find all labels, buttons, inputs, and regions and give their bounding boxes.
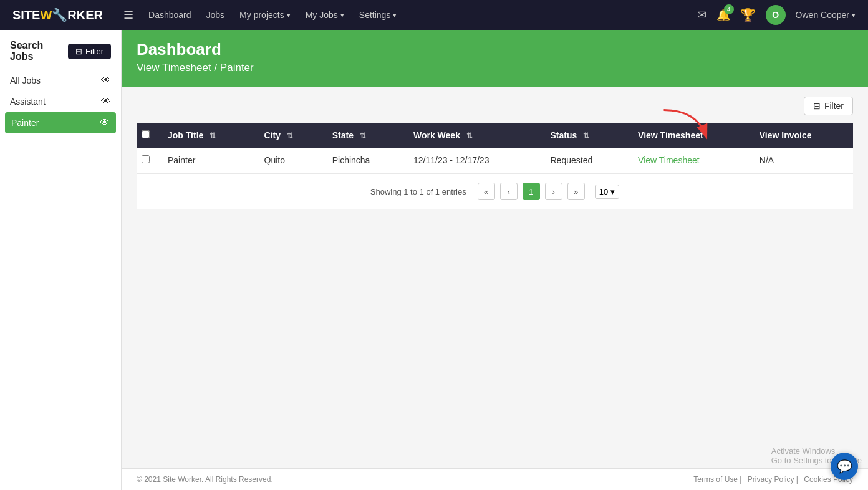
sidebar-item-label: All Jobs: [10, 75, 41, 85]
cell-city: Quito: [256, 148, 324, 173]
col-status[interactable]: Status ⇅: [541, 123, 629, 148]
row-checkbox[interactable]: [142, 155, 150, 163]
first-page-btn[interactable]: «: [478, 183, 495, 200]
chevron-down-icon: ▾: [610, 187, 615, 196]
footer-terms-link[interactable]: Terms of Use: [693, 475, 738, 484]
select-all-checkbox[interactable]: [142, 130, 150, 138]
cell-status: Requested: [541, 148, 629, 173]
sort-icon: ⇅: [583, 132, 589, 140]
content-filter-row: ⊟ Filter: [137, 97, 853, 115]
col-state[interactable]: State ⇅: [324, 123, 405, 148]
last-page-btn[interactable]: »: [567, 183, 585, 200]
eye-icon[interactable]: 👁: [101, 75, 111, 86]
eye-icon[interactable]: 👁: [100, 117, 110, 128]
user-chevron-icon: ▾: [852, 11, 856, 19]
dashboard-header: Dashboard View Timesheet / Painter: [122, 30, 868, 87]
nav-my-projects[interactable]: My projects ▾: [239, 10, 291, 20]
avatar[interactable]: O: [766, 5, 786, 25]
nav-dashboard[interactable]: Dashboard: [148, 10, 191, 20]
logo[interactable]: SITEW🔧RKER: [12, 7, 103, 22]
sort-icon: ⇅: [466, 132, 473, 140]
eye-icon[interactable]: 👁: [101, 96, 111, 107]
sidebar-title: Search Jobs: [10, 40, 68, 62]
filter-icon: ⊟: [813, 101, 821, 111]
sidebar-item-assistant[interactable]: Assistant 👁: [0, 91, 121, 112]
row-checkbox-cell[interactable]: [137, 148, 159, 173]
logo-text: SITEW🔧RKER: [12, 7, 103, 22]
sidebar-item-label: Painter: [11, 118, 39, 128]
table-row: Painter Quito Pichincha 12/11/23 - 12/17…: [137, 148, 853, 173]
page-1-btn[interactable]: 1: [523, 183, 540, 200]
table-header: Job Title ⇅ City ⇅ State ⇅ Work Week: [137, 123, 853, 148]
page-layout: Search Jobs ⊟ Filter All Jobs 👁 Assistan…: [0, 30, 868, 490]
sidebar: Search Jobs ⊟ Filter All Jobs 👁 Assistan…: [0, 30, 122, 490]
dashboard-subtitle: View Timesheet / Painter: [137, 62, 853, 74]
nav-my-jobs[interactable]: My Jobs ▾: [306, 10, 344, 20]
col-view-invoice: View Invoice: [751, 123, 853, 148]
hamburger-menu[interactable]: ☰: [123, 8, 133, 22]
footer-copyright: © 2021 Site Worker. All Rights Reserved.: [137, 475, 273, 484]
timesheet-table: Job Title ⇅ City ⇅ State ⇅ Work Week: [137, 123, 853, 173]
footer-links: Terms of Use | Privacy Policy | Cookies …: [690, 475, 853, 484]
dashboard-title: Dashboard: [137, 40, 853, 59]
cell-work-week: 12/11/23 - 12/17/23: [405, 148, 542, 173]
checkbox-header: [137, 123, 159, 148]
main-content: Dashboard View Timesheet / Painter: [122, 30, 868, 490]
col-job-title[interactable]: Job Title ⇅: [159, 123, 256, 148]
chevron-down-icon: ▾: [287, 11, 291, 19]
trophy-icon[interactable]: 🏆: [740, 7, 756, 22]
topnav-right: ✉ 🔔 4 🏆 O Owen Cooper ▾: [697, 5, 856, 25]
notification-icon[interactable]: 🔔 4: [716, 8, 730, 22]
sidebar-item-label: Assistant: [10, 97, 46, 107]
pagination: Showing 1 to 1 of 1 entries « ‹ 1 › » 10…: [137, 173, 853, 209]
per-page-select[interactable]: 10 ▾: [595, 185, 619, 199]
table-body: Painter Quito Pichincha 12/11/23 - 12/17…: [137, 148, 853, 173]
nav-jobs[interactable]: Jobs: [206, 10, 225, 20]
topnav: SITEW🔧RKER ☰ Dashboard Jobs My projects …: [0, 0, 868, 30]
cell-job-title: Painter: [159, 148, 256, 173]
content-area: ⊟ Filter Job Title ⇅: [122, 87, 868, 468]
sidebar-header: Search Jobs ⊟ Filter: [0, 40, 121, 70]
nav-divider: [113, 6, 113, 24]
nav-links: Dashboard Jobs My projects ▾ My Jobs ▾ S…: [148, 10, 697, 20]
chevron-down-icon: ▾: [393, 11, 397, 19]
filter-icon: ⊟: [75, 47, 82, 56]
sort-icon: ⇅: [210, 132, 216, 140]
cell-view-timesheet[interactable]: View Timesheet: [629, 148, 751, 173]
sidebar-item-all-jobs[interactable]: All Jobs 👁: [0, 70, 121, 91]
page-footer: © 2021 Site Worker. All Rights Reserved.…: [122, 468, 868, 490]
footer-privacy-link[interactable]: Privacy Policy: [748, 475, 794, 484]
mail-icon[interactable]: ✉: [697, 8, 706, 22]
nav-settings[interactable]: Settings ▾: [359, 10, 397, 20]
sort-icon: ⇅: [287, 132, 293, 140]
sidebar-item-painter[interactable]: Painter 👁: [5, 112, 116, 133]
chat-button[interactable]: 💬: [831, 453, 858, 480]
cell-view-invoice: N/A: [751, 148, 853, 173]
col-city[interactable]: City ⇅: [256, 123, 324, 148]
user-name[interactable]: Owen Cooper ▾: [796, 10, 856, 20]
sort-icon: ⇅: [360, 132, 366, 140]
prev-page-btn[interactable]: ‹: [500, 183, 518, 200]
col-view-timesheet: View Timesheet: [629, 123, 751, 148]
content-filter-button[interactable]: ⊟ Filter: [804, 97, 853, 115]
filter-button[interactable]: ⊟ Filter: [68, 44, 111, 59]
notification-badge: 4: [724, 4, 734, 14]
cell-state: Pichincha: [324, 148, 405, 173]
chevron-down-icon: ▾: [340, 11, 344, 19]
pagination-info: Showing 1 to 1 of 1 entries: [370, 187, 466, 196]
col-work-week[interactable]: Work Week ⇅: [405, 123, 542, 148]
next-page-btn[interactable]: ›: [545, 183, 562, 200]
